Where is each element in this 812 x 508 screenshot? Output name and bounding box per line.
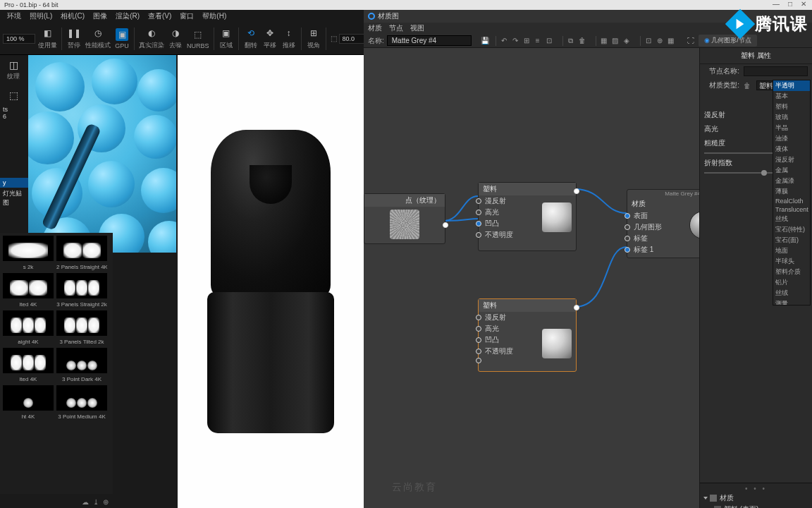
hdri-item[interactable]: s 2k: [3, 236, 54, 270]
type-option[interactable]: 金属漆: [773, 176, 810, 186]
maximize-button[interactable]: □: [788, 0, 792, 8]
type-option[interactable]: 塑料介质: [773, 267, 810, 277]
hdri-item[interactable]: 3 Point Dark 4K: [56, 348, 107, 382]
type-option[interactable]: RealCloth: [773, 197, 810, 205]
hdri-item[interactable]: lted 4K: [3, 348, 54, 382]
undo-icon[interactable]: ↶: [499, 36, 509, 46]
graph-menu-material[interactable]: 材质: [368, 23, 382, 33]
geometry-tab[interactable]: ◉ 几何图形/节点: [699, 35, 757, 47]
render-viewport[interactable]: [178, 55, 364, 508]
add-icon[interactable]: ⊕: [103, 498, 109, 506]
type-option[interactable]: 玻璃: [773, 112, 810, 123]
type-option[interactable]: 宝石(面): [773, 235, 810, 246]
type-option[interactable]: 半球头: [773, 256, 810, 267]
type-option[interactable]: 地面: [773, 246, 810, 256]
type-option[interactable]: 金属: [773, 165, 810, 176]
minimize-button[interactable]: —: [773, 0, 780, 8]
node-plastic-1[interactable]: 塑料 漫反射 高光 凹凸 不透明度: [478, 182, 577, 251]
toolbar-GPU[interactable]: ▣GPU: [113, 25, 131, 53]
node-name-field[interactable]: [744, 66, 808, 76]
close-button[interactable]: ✕: [801, 0, 806, 8]
align-icon[interactable]: ≡: [533, 36, 543, 46]
resize-handle[interactable]: • • •: [703, 485, 809, 492]
tree-material-row[interactable]: 材质: [703, 492, 809, 504]
hdri-item[interactable]: 3 Point Medium 4K: [56, 385, 107, 420]
toolbar-性能模式[interactable]: ◷性能模式: [84, 25, 112, 53]
toolbar-区域[interactable]: ▣区域: [217, 25, 235, 53]
socket-out[interactable]: [574, 188, 579, 194]
menu-help[interactable]: 帮助(H): [198, 11, 230, 21]
menu-environment[interactable]: 环境: [3, 11, 25, 21]
menu-render[interactable]: 渲染(R): [111, 11, 144, 21]
delete-icon[interactable]: 🗑: [577, 36, 587, 46]
socket-out[interactable]: [443, 222, 448, 228]
left-tree-header[interactable]: y: [0, 178, 28, 188]
toolbar-真实渲染[interactable]: ◐真实渲染: [137, 25, 166, 53]
type-option[interactable]: 漫反射: [773, 155, 810, 165]
toolbar-平移[interactable]: ✥平移: [261, 25, 279, 53]
type-option[interactable]: 丝线: [773, 214, 810, 224]
snap-icon[interactable]: ⊞: [522, 36, 531, 46]
ungroup-icon[interactable]: ▨: [610, 36, 620, 46]
fit-icon[interactable]: ⊡: [644, 36, 653, 46]
layout-icon[interactable]: ⊡: [544, 36, 554, 46]
type-option[interactable]: 铝片: [773, 277, 810, 288]
hdri-item[interactable]: 2 Panels Straight 4K: [56, 236, 107, 270]
type-option[interactable]: 半透明: [773, 80, 810, 91]
frame-field[interactable]: [339, 34, 367, 44]
toolbar-NURBS[interactable]: ⬚NURBS: [185, 25, 211, 53]
hdri-item[interactable]: 3 Panels Straight 2k: [56, 273, 107, 308]
download-icon[interactable]: ⤓: [93, 498, 99, 506]
menu-window[interactable]: 窗口: [176, 11, 198, 21]
zoom-field[interactable]: [3, 34, 35, 44]
group-icon[interactable]: ▦: [599, 36, 609, 46]
type-option[interactable]: Translucent M: [773, 205, 810, 214]
hdri-item[interactable]: ht 4K: [3, 385, 54, 420]
type-option[interactable]: 半晶: [773, 123, 810, 133]
grid2-icon[interactable]: ▦: [666, 36, 676, 46]
type-option[interactable]: 油漆: [773, 133, 810, 144]
toolbar-暂停[interactable]: ❚❚暂停: [65, 25, 83, 53]
material-name-field[interactable]: [387, 35, 472, 46]
type-option[interactable]: 薄膜: [773, 186, 810, 197]
expand-icon[interactable]: ⛶: [686, 36, 696, 46]
toolbar-视角[interactable]: ⊞视角: [304, 25, 323, 53]
type-option[interactable]: 基本: [773, 91, 810, 102]
hdri-item[interactable]: lted 4K: [3, 273, 54, 308]
type-option[interactable]: 宝石(特性): [773, 224, 810, 235]
redo-icon[interactable]: ↷: [510, 36, 520, 46]
cloud-icon[interactable]: ☁: [82, 498, 89, 506]
menu-image[interactable]: 图像: [89, 11, 111, 21]
toolbar-去噪[interactable]: ◑去噪: [166, 25, 185, 53]
type-option[interactable]: 塑料: [773, 102, 810, 112]
tree-plastic-row[interactable]: 塑料 (表面): [703, 504, 809, 508]
node-plastic-2[interactable]: 塑料 漫反射 高光 凹凸 不透明度: [478, 298, 577, 372]
graph-menu-node[interactable]: 节点: [389, 23, 403, 33]
hdri-item[interactable]: aight 4K: [3, 310, 54, 345]
trash-icon[interactable]: 🗑: [744, 82, 752, 90]
hdri-item[interactable]: 3 Panels Tilted 2k: [56, 310, 107, 345]
socket-out[interactable]: [574, 305, 579, 310]
menu-view[interactable]: 查看(V): [144, 11, 176, 21]
menu-camera[interactable]: 相机(C): [56, 11, 89, 21]
graph-menu-view[interactable]: 视图: [410, 23, 424, 33]
zoom-icon[interactable]: ⊕: [655, 36, 665, 46]
toolbar-推移[interactable]: ↕推移: [280, 25, 298, 53]
save-icon[interactable]: 💾: [480, 36, 490, 46]
graph-canvas[interactable]: 点（纹理） 塑料 漫反射 高光 凹凸 不透明度 塑料 漫反射 高光 凹凸 不透明…: [364, 48, 699, 508]
menu-lighting[interactable]: 照明(L): [25, 11, 56, 21]
material-type-list[interactable]: 半透明基本塑料玻璃半晶油漆液体漫反射金属金属漆薄膜RealClothTransl…: [773, 80, 811, 306]
type-option[interactable]: 液体: [773, 144, 810, 155]
tag-icon[interactable]: ◈: [622, 36, 632, 46]
toolbar-翻转[interactable]: ⟲翻转: [242, 25, 260, 53]
node-material-output[interactable]: Matte Grey #4 材质 表面 几何图形 标签 标签 1: [627, 189, 704, 258]
node-texture[interactable]: 点（纹理）: [364, 193, 445, 244]
scene-thumbnail[interactable]: [28, 55, 176, 253]
left-tree-item[interactable]: 灯光贴图: [0, 188, 28, 209]
copy-icon[interactable]: ⧉: [566, 36, 576, 46]
toolbar-使用量[interactable]: ◧使用量: [37, 25, 59, 53]
type-option[interactable]: 丝绒: [773, 288, 810, 298]
tab-other[interactable]: ⬚: [0, 85, 27, 105]
tab-texture[interactable]: ◫ 纹理: [0, 55, 27, 84]
type-option[interactable]: 测量: [773, 298, 810, 306]
